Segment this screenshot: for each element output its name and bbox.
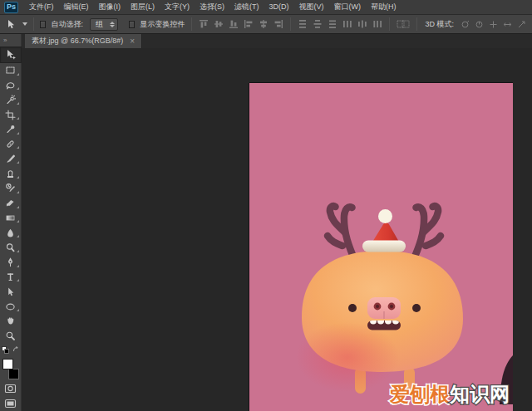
3d-scale-icon[interactable] <box>516 20 527 29</box>
photoshop-window: Ps 文件(F) 编辑(E) 图像(I) 图层(L) 文字(Y) 选择(S) 滤… <box>0 0 532 411</box>
auto-select-value: 组 <box>96 19 110 30</box>
menu-layer[interactable]: 图层(L) <box>126 0 160 14</box>
watermark-right: 知识网 <box>449 383 510 405</box>
distribute-top-edges-icon[interactable] <box>297 19 308 29</box>
watermark-left: 爱刨根 <box>389 383 451 405</box>
distribute-bottom-edges-icon[interactable] <box>327 19 338 29</box>
hand-tool[interactable] <box>0 314 22 329</box>
align-vertical-centers-icon[interactable] <box>213 19 224 29</box>
divider <box>389 17 390 31</box>
clone-stamp-tool[interactable] <box>0 166 22 181</box>
right-eye <box>412 304 421 312</box>
3d-roll-icon[interactable] <box>474 20 485 29</box>
document-tab-bar: 素材.jpg @ 66.7%(RGB/8#) × <box>22 34 532 48</box>
3d-drag-icon[interactable] <box>488 20 499 29</box>
align-right-edges-icon[interactable] <box>273 19 284 29</box>
photoshop-logo-icon: Ps <box>4 2 18 13</box>
distribute-vertical-centers-icon[interactable] <box>312 19 323 29</box>
document-area: 素材.jpg @ 66.7%(RGB/8#) × <box>22 34 532 411</box>
distribute-buttons <box>297 19 383 29</box>
history-brush-tool[interactable] <box>0 181 22 196</box>
path-selection-tool[interactable] <box>0 284 22 299</box>
auto-select-dropdown[interactable]: 组 <box>90 18 118 31</box>
pen-tool[interactable] <box>0 255 22 270</box>
menu-type[interactable]: 文字(Y) <box>160 0 195 14</box>
gradient-tool[interactable] <box>0 211 22 226</box>
left-eye <box>348 304 357 312</box>
3d-mode-label: 3D 模式: <box>426 19 455 30</box>
document-tab[interactable]: 素材.jpg @ 66.7%(RGB/8#) × <box>25 34 142 48</box>
quick-mask-button[interactable] <box>0 381 22 396</box>
show-transform-label: 显示变换控件 <box>140 19 185 30</box>
canvas-pasteboard: 爱刨根知识网 <box>22 48 532 411</box>
spot-healing-brush-tool[interactable] <box>0 137 22 152</box>
brush-tool[interactable] <box>0 151 22 166</box>
menu-select[interactable]: 选择(S) <box>195 0 229 14</box>
horizontal-type-tool[interactable] <box>0 270 22 285</box>
tab-close-icon[interactable]: × <box>130 37 135 46</box>
swap-colors-icon[interactable] <box>12 342 20 357</box>
lasso-tool[interactable] <box>0 78 22 93</box>
align-bottom-edges-icon[interactable] <box>228 19 239 29</box>
auto-select-label: 自动选择: <box>52 19 84 30</box>
eyedropper-tool[interactable] <box>0 122 22 137</box>
ellipse-shape-tool[interactable] <box>0 299 22 314</box>
divider <box>416 17 417 31</box>
canvas-image[interactable]: 爱刨根知识网 <box>249 83 513 411</box>
blur-tool[interactable] <box>0 225 22 240</box>
menu-file[interactable]: 文件(F) <box>24 0 59 14</box>
distribute-horizontal-centers-icon[interactable] <box>357 19 368 29</box>
3d-rotate-icon[interactable] <box>460 20 470 29</box>
color-controls <box>2 345 20 355</box>
align-horizontal-centers-icon[interactable] <box>258 19 269 29</box>
menu-bar: Ps 文件(F) 编辑(E) 图像(I) 图层(L) 文字(Y) 选择(S) 滤… <box>0 0 532 15</box>
snout <box>367 297 401 319</box>
color-swatches <box>2 357 19 380</box>
align-buttons <box>198 19 284 29</box>
menu-view[interactable]: 视图(V) <box>294 0 329 14</box>
move-tool[interactable] <box>0 46 22 63</box>
distribute-left-edges-icon[interactable] <box>342 19 353 29</box>
menu-filter[interactable]: 滤镜(T) <box>229 0 264 14</box>
menu-3d[interactable]: 3D(D) <box>264 0 294 14</box>
menu-image[interactable]: 图像(I) <box>94 0 126 14</box>
auto-select-checkbox[interactable] <box>40 21 46 28</box>
divider <box>191 17 192 31</box>
menu-edit[interactable]: 编辑(E) <box>59 0 94 14</box>
divider <box>290 17 291 31</box>
3d-slide-icon[interactable] <box>502 20 513 29</box>
auto-align-layers-icon[interactable] <box>396 19 411 29</box>
menu-help[interactable]: 帮助(H) <box>366 0 401 14</box>
zoom-tool[interactable] <box>0 329 22 344</box>
default-colors-icon[interactable] <box>2 342 9 357</box>
quick-selection-tool[interactable] <box>0 92 22 107</box>
3d-mode-buttons <box>460 20 527 29</box>
menu-window[interactable]: 窗口(W) <box>329 0 367 14</box>
divider <box>33 17 34 31</box>
tools-panel: » <box>0 34 22 411</box>
santa-hat <box>362 209 406 252</box>
align-left-edges-icon[interactable] <box>243 19 254 29</box>
distribute-right-edges-icon[interactable] <box>372 19 383 29</box>
tool-preset-dropdown-icon[interactable] <box>22 22 27 26</box>
dropdown-arrows-icon <box>110 22 115 27</box>
align-top-edges-icon[interactable] <box>198 19 209 29</box>
eraser-tool[interactable] <box>0 196 22 211</box>
tool-preset-move-icon[interactable] <box>5 19 17 29</box>
background-color-swatch[interactable] <box>8 369 19 379</box>
toolbar-collapse-button[interactable]: » <box>0 34 21 46</box>
show-transform-checkbox[interactable] <box>129 21 135 28</box>
rectangular-marquee-tool[interactable] <box>0 63 22 78</box>
watermark: 爱刨根知识网 <box>389 383 510 405</box>
foreground-color-swatch[interactable] <box>2 359 13 369</box>
crop-tool[interactable] <box>0 107 22 122</box>
document-tab-title: 素材.jpg @ 66.7%(RGB/8#) <box>32 36 123 46</box>
tool-options-bar: 自动选择: 组 显示变换控件 3D 模式: <box>0 15 532 34</box>
screen-mode-button[interactable] <box>0 396 22 411</box>
dodge-tool[interactable] <box>0 240 22 255</box>
